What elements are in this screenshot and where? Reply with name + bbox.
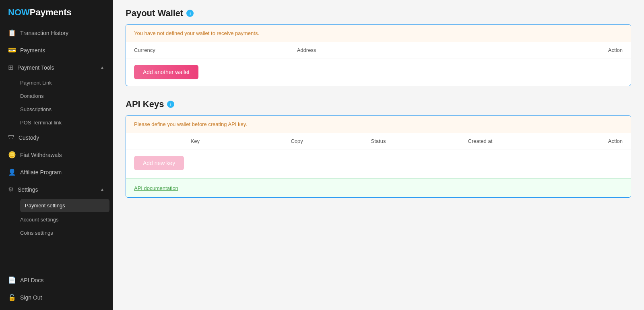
main-content: Payout Wallet i You have not defined you…	[113, 0, 644, 310]
payout-wallet-card: You have not defined your wallet to rece…	[126, 24, 631, 86]
logo: NOWPayments	[0, 0, 113, 24]
payout-wallet-warning-text: You have not defined your wallet to rece…	[134, 30, 259, 36]
settings-icon: ⚙	[8, 186, 14, 193]
sidebar-item-fiat-withdrawals[interactable]: 🪙 Fiat Withdrawals	[0, 146, 113, 163]
add-another-wallet-button[interactable]: Add another wallet	[134, 65, 198, 79]
action-column-header: Action	[568, 47, 623, 53]
currency-column-header: Currency	[134, 47, 297, 53]
sidebar-item-label: Affiliate Program	[20, 169, 62, 176]
payout-wallet-title: Payout Wallet i	[126, 8, 631, 19]
sidebar-item-pos-terminal[interactable]: POS Terminal link	[20, 116, 113, 129]
sidebar-item-affiliate-program[interactable]: 👤 Affiliate Program	[0, 163, 113, 181]
sidebar-item-custody[interactable]: 🛡 Custody	[0, 129, 113, 146]
api-action-column-header: Action	[541, 138, 623, 144]
custody-icon: 🛡	[8, 134, 14, 141]
sidebar-item-payment-settings[interactable]: Payment settings	[20, 199, 109, 212]
api-docs-icon: 📄	[8, 276, 16, 284]
sidebar-item-account-settings[interactable]: Account settings	[20, 213, 113, 226]
sidebar-item-settings[interactable]: ⚙ Settings ▲	[0, 181, 113, 198]
sidebar: NOWPayments 📋 Transaction History 💳 Paym…	[0, 0, 113, 310]
api-keys-card: Please define you wallet before creating…	[126, 115, 631, 198]
sidebar-item-api-docs[interactable]: 📄 API Docs	[0, 271, 113, 289]
address-column-header: Address	[297, 47, 568, 53]
status-column-header: Status	[338, 138, 419, 144]
sidebar-item-label: Settings	[18, 186, 38, 193]
sidebar-item-label: Payments	[20, 47, 45, 54]
logo-payments: Payments	[30, 7, 72, 17]
api-keys-warning: Please define you wallet before creating…	[126, 116, 631, 133]
sidebar-item-label: Transaction History	[20, 30, 68, 36]
payout-wallet-table-header: Currency Address Action	[126, 42, 631, 58]
api-documentation-link[interactable]: API documentation	[134, 185, 178, 191]
chevron-up-icon: ▲	[100, 65, 105, 70]
sidebar-item-sign-out[interactable]: 🔓 Sign Out	[0, 289, 113, 306]
transaction-history-icon: 📋	[8, 29, 16, 37]
sidebar-item-label: API Docs	[20, 277, 43, 283]
sign-out-icon: 🔓	[8, 293, 16, 301]
sidebar-item-payment-tools[interactable]: ⊞ Payment Tools ▲	[0, 59, 113, 76]
sidebar-item-label: Payment Tools	[17, 64, 54, 71]
payout-wallet-warning: You have not defined your wallet to rece…	[126, 25, 631, 42]
api-keys-title-text: API Keys	[126, 99, 164, 110]
payout-wallet-table-body: Add another wallet	[126, 58, 631, 86]
copy-column-header: Copy	[256, 138, 338, 144]
created-at-column-header: Created at	[419, 138, 541, 144]
sidebar-item-label: Sign Out	[20, 294, 42, 301]
api-keys-title: API Keys i	[126, 99, 631, 110]
sidebar-item-payment-link[interactable]: Payment Link	[20, 76, 113, 89]
api-keys-warning-text: Please define you wallet before creating…	[134, 121, 247, 127]
sidebar-item-label: Custody	[19, 134, 39, 141]
payment-tools-icon: ⊞	[8, 64, 13, 71]
payout-wallet-info-icon[interactable]: i	[186, 10, 194, 17]
settings-submenu: Payment settings Account settings Coins …	[0, 198, 113, 240]
api-keys-info-icon[interactable]: i	[167, 101, 174, 108]
sidebar-item-transaction-history[interactable]: 📋 Transaction History	[0, 24, 113, 41]
sidebar-item-payments[interactable]: 💳 Payments	[0, 41, 113, 59]
affiliate-program-icon: 👤	[8, 168, 16, 176]
logo-now: NOW	[8, 7, 30, 17]
add-new-key-button[interactable]: Add new key	[134, 156, 184, 170]
sidebar-item-coins-settings[interactable]: Coins settings	[20, 226, 113, 240]
chevron-up-icon-settings: ▲	[100, 187, 105, 192]
sidebar-bottom: 📄 API Docs 🔓 Sign Out	[0, 271, 113, 310]
api-docs-bar: API documentation	[126, 178, 631, 197]
payments-icon: 💳	[8, 46, 16, 54]
api-keys-table-header: Key Copy Status Created at Action	[126, 133, 631, 149]
payment-tools-submenu: Payment Link Donations Subscriptions POS…	[0, 76, 113, 129]
sidebar-item-subscriptions[interactable]: Subscriptions	[20, 103, 113, 116]
key-column-header: Key	[134, 138, 256, 144]
api-keys-table-body: Add new key	[126, 149, 631, 177]
payout-wallet-title-text: Payout Wallet	[126, 8, 183, 19]
sidebar-item-label: Fiat Withdrawals	[20, 152, 62, 158]
sidebar-item-donations[interactable]: Donations	[20, 89, 113, 103]
fiat-withdrawals-icon: 🪙	[8, 151, 16, 159]
